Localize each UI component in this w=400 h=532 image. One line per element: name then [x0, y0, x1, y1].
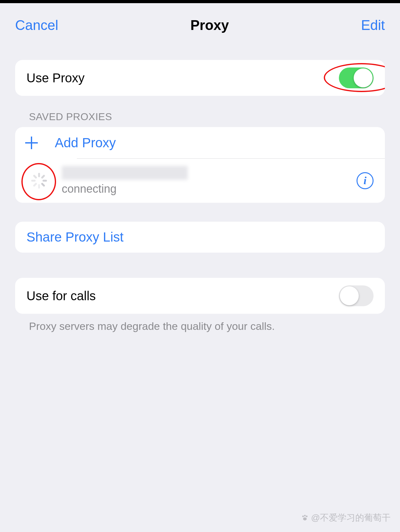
add-proxy-row[interactable]: Add Proxy: [15, 127, 385, 159]
use-for-calls-footer: Proxy servers may degrade the quality of…: [29, 320, 385, 332]
proxy-status-label: connecting: [62, 182, 357, 196]
toggle-knob: [340, 286, 359, 305]
svg-point-0: [302, 516, 304, 517]
svg-point-2: [306, 516, 307, 517]
proxy-status-spinner-wrap: [23, 165, 55, 196]
svg-point-1: [304, 515, 306, 516]
nav-bar: Cancel Proxy Edit: [0, 13, 400, 38]
share-proxy-list-button[interactable]: Share Proxy List: [15, 222, 385, 253]
device-top-bar: [0, 0, 400, 3]
watermark-text: @不爱学习的葡萄干: [311, 512, 391, 524]
plus-icon: [23, 135, 40, 151]
use-for-calls-label: Use for calls: [26, 289, 339, 303]
use-proxy-row: Use Proxy: [15, 60, 385, 96]
share-group: Share Proxy List: [15, 222, 385, 253]
use-proxy-group: Use Proxy: [15, 60, 385, 96]
proxy-text: connecting: [62, 166, 357, 196]
cancel-button[interactable]: Cancel: [15, 17, 58, 33]
proxy-entry[interactable]: connecting i: [15, 159, 385, 203]
svg-point-3: [303, 517, 307, 520]
page-title: Proxy: [190, 17, 229, 33]
proxy-sheet: Cancel Proxy Edit Use Proxy SAVED PROXIE…: [0, 3, 400, 532]
content: Use Proxy SAVED PROXIES Add Proxy: [0, 60, 400, 332]
paw-icon: [300, 513, 309, 522]
use-for-calls-toggle[interactable]: [339, 285, 374, 306]
toggle-knob: [354, 68, 373, 87]
info-icon[interactable]: i: [357, 172, 374, 189]
proxy-address-redacted: [62, 166, 188, 180]
saved-proxies-group: Add Proxy connecting i: [15, 127, 385, 203]
use-proxy-label: Use Proxy: [26, 71, 339, 85]
use-for-calls-group: Use for calls: [15, 278, 385, 314]
saved-proxies-header: SAVED PROXIES: [29, 111, 385, 123]
use-proxy-toggle[interactable]: [339, 67, 374, 88]
edit-button[interactable]: Edit: [361, 17, 385, 33]
divider: [77, 158, 385, 159]
share-label: Share Proxy List: [26, 230, 374, 245]
spinner-icon: [31, 172, 48, 189]
use-for-calls-row: Use for calls: [15, 278, 385, 314]
watermark: @不爱学习的葡萄干: [300, 512, 391, 524]
add-proxy-label: Add Proxy: [55, 135, 374, 150]
